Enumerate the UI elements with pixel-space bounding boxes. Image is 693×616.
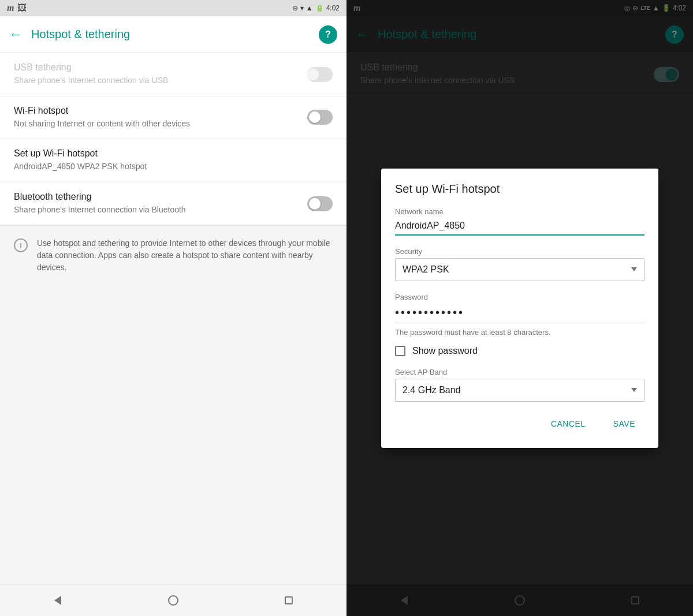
dialog-actions: CANCEL SAVE (395, 413, 644, 434)
save-button[interactable]: SAVE (604, 413, 644, 434)
left-panel: m 🖼 ⊖ ▾ ▲ 🔋 4:02 ← Hotspot & tethering ?… (0, 0, 346, 616)
ap-band-value: 2.4 GHz Band (403, 385, 461, 395)
ap-band-label: Select AP Band (395, 368, 644, 376)
ap-band-chevron-icon (631, 388, 637, 392)
signal-icon: ▲ (306, 4, 313, 12)
settings-item-wifi-hotspot[interactable]: Wi-Fi hotspot Not sharing Internet or co… (0, 96, 346, 140)
nav-square-icon-left (285, 596, 293, 604)
usb-tethering-toggle[interactable] (307, 67, 333, 82)
nav-back-icon-left (54, 596, 61, 605)
password-label: Password (395, 293, 644, 301)
wifi-hotspot-subtitle: Not sharing Internet or content with oth… (14, 118, 307, 130)
cancel-button[interactable]: CANCEL (542, 413, 595, 434)
password-hint: The password must have at least 8 charac… (395, 328, 644, 337)
show-password-checkbox[interactable] (395, 346, 405, 356)
settings-content-left: USB tethering Share phone's Internet con… (0, 53, 346, 584)
settings-item-usb-tethering[interactable]: USB tethering Share phone's Internet con… (0, 53, 346, 96)
nav-square-left[interactable] (277, 589, 300, 612)
wifi-icon: ▾ (300, 4, 304, 12)
setup-hotspot-subtitle: AndroidAP_4850 WPA2 PSK hotspot (14, 161, 333, 173)
network-name-label: Network name (395, 207, 644, 216)
bluetooth-tethering-toggle[interactable] (307, 196, 333, 211)
back-button-left[interactable]: ← (9, 28, 22, 41)
app-bar-left: ← Hotspot & tethering ? (0, 16, 346, 53)
settings-item-bluetooth-tethering[interactable]: Bluetooth tethering Share phone's Intern… (0, 182, 346, 226)
wifi-hotspot-dialog: Set up Wi-Fi hotspot Network name Securi… (381, 169, 658, 448)
block-icon: ⊖ (292, 4, 298, 12)
bluetooth-tethering-subtitle: Share phone's Internet connection via Bl… (14, 204, 307, 216)
info-section: i Use hotspot and tethering to provide I… (0, 226, 346, 285)
nav-home-left[interactable] (162, 589, 185, 612)
help-button-left[interactable]: ? (319, 25, 337, 44)
bottom-nav-left (0, 584, 346, 616)
security-chevron-icon (631, 267, 637, 271)
ap-band-select[interactable]: 2.4 GHz Band (395, 379, 644, 402)
security-select[interactable]: WPA2 PSK (395, 258, 644, 281)
usb-tethering-subtitle: Share phone's Internet connection via US… (14, 75, 307, 87)
bluetooth-tethering-title: Bluetooth tethering (14, 192, 307, 202)
battery-icon: 🔋 (315, 4, 324, 12)
modal-overlay: Set up Wi-Fi hotspot Network name Securi… (346, 0, 693, 616)
nav-home-icon-left (168, 595, 178, 606)
settings-item-setup-hotspot[interactable]: Set up Wi-Fi hotspot AndroidAP_4850 WPA2… (0, 139, 346, 182)
right-panel: m ◎ ⊖ LTE ▲ 🔋 4:02 ← Hotspot & tethering… (346, 0, 693, 616)
status-bar-left: m 🖼 ⊖ ▾ ▲ 🔋 4:02 (0, 0, 346, 16)
m-logo-left: m (7, 3, 14, 13)
usb-tethering-title: USB tethering (14, 62, 307, 73)
security-value: WPA2 PSK (403, 264, 449, 275)
time-left: 4:02 (326, 4, 340, 12)
page-title-left: Hotspot & tethering (31, 28, 310, 41)
network-name-input[interactable] (395, 218, 644, 236)
wifi-hotspot-title: Wi-Fi hotspot (14, 106, 307, 116)
setup-hotspot-title: Set up Wi-Fi hotspot (14, 148, 333, 159)
info-text: Use hotspot and tethering to provide Int… (37, 237, 333, 274)
security-label: Security (395, 247, 644, 256)
dialog-title: Set up Wi-Fi hotspot (395, 182, 644, 196)
photo-icon-left: 🖼 (17, 3, 27, 13)
show-password-row: Show password (395, 346, 644, 356)
nav-back-left[interactable] (46, 589, 69, 612)
info-icon: i (14, 238, 28, 252)
wifi-hotspot-toggle[interactable] (307, 110, 333, 125)
password-input[interactable] (395, 304, 644, 323)
show-password-label[interactable]: Show password (412, 346, 478, 356)
